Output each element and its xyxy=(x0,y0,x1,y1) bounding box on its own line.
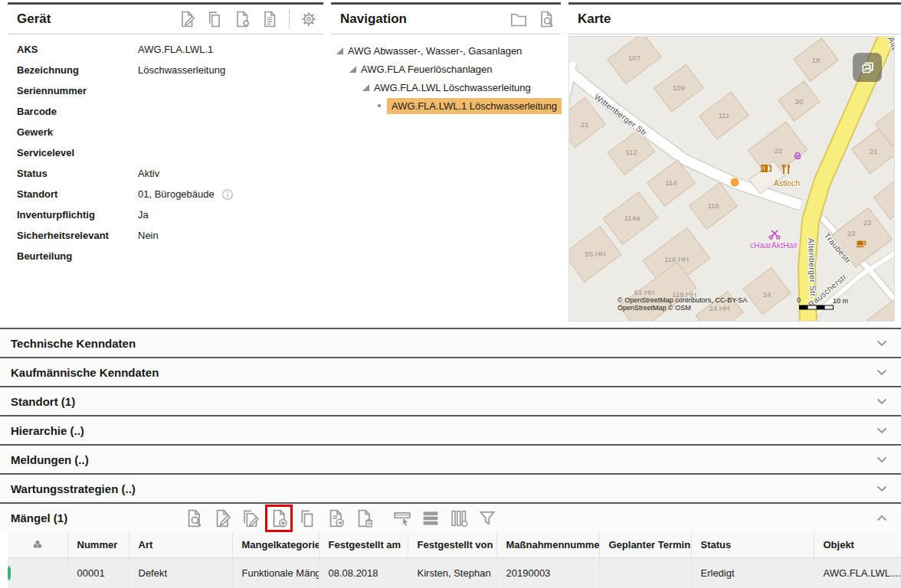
expand-section-button[interactable] xyxy=(872,333,892,353)
tree-expand-icon[interactable] xyxy=(362,83,370,92)
edit-device-button[interactable] xyxy=(175,8,198,31)
table-row[interactable]: 00001 Defekt Funktionale Mängel 08.08.20… xyxy=(8,557,901,588)
map-attribution-line2: OpenStreetMap © OSM xyxy=(618,304,691,312)
column-settings-button[interactable] xyxy=(447,507,470,530)
map-scale-bar xyxy=(800,305,834,309)
tree-item-label-selected[interactable]: AWG.FLA.LWL.1 Löschwasserleitung xyxy=(387,98,562,114)
field-label: Seriennummer xyxy=(8,85,129,96)
info-icon[interactable] xyxy=(221,188,234,201)
svg-text:18: 18 xyxy=(812,56,821,64)
edit-defect-button[interactable] xyxy=(211,507,234,530)
view-defect-button[interactable] xyxy=(182,507,205,530)
select-rows-button[interactable] xyxy=(391,507,414,530)
column-header-art[interactable]: Art xyxy=(129,532,232,557)
search-in-tree-button[interactable] xyxy=(535,8,558,31)
field-row: Standort 01, Bürogebäude xyxy=(8,184,323,204)
section-hierarchie[interactable]: Hierarchie (..) xyxy=(0,415,901,444)
navigation-tree: AWG Abwasser-, Wasser-, Gasanlagen AWG.F… xyxy=(331,34,561,115)
field-value: Löschwasserleitung xyxy=(138,64,225,76)
tree-item-label[interactable]: AWG.FLA Feuerlöschanlagen xyxy=(361,64,493,75)
column-header-massnahmennummer[interactable]: Maßnahmennummer xyxy=(496,532,599,557)
section-standort[interactable]: Standort (1) xyxy=(0,386,901,415)
section-wartungsstrategien[interactable]: Wartungsstrategien (..) xyxy=(0,473,901,502)
cell-status xyxy=(8,557,67,588)
field-row: Beurteilung xyxy=(8,246,323,266)
map-layer-switcher-button[interactable] xyxy=(853,53,882,82)
section-maengel[interactable]: Mängel (1) xyxy=(0,502,901,532)
filter-button[interactable] xyxy=(476,507,499,530)
tree-item-label[interactable]: AWG Abwasser-, Wasser-, Gasanlagen xyxy=(348,45,522,57)
field-label: Barcode xyxy=(8,106,129,117)
expand-section-button[interactable] xyxy=(872,420,892,440)
document-copy-icon xyxy=(297,508,318,529)
document-edit-icon xyxy=(177,9,197,29)
chevron-down-icon xyxy=(873,451,890,468)
column-header-nummer[interactable]: Nummer xyxy=(67,532,129,557)
column-header-status[interactable]: Status xyxy=(691,532,814,557)
section-label: Meldungen (..) xyxy=(11,453,872,466)
map-panel-header: Karte xyxy=(568,5,901,34)
tree-expand-icon[interactable] xyxy=(336,47,344,55)
field-value: Nein xyxy=(138,230,159,241)
tree-item-level2[interactable]: AWG.FLA.LWL Löschwasserleitung xyxy=(331,78,561,96)
field-row: Gewerk xyxy=(8,122,323,142)
expand-section-button[interactable] xyxy=(872,362,892,382)
chevron-down-icon xyxy=(873,364,890,381)
section-meldungen[interactable]: Meldungen (..) xyxy=(0,444,901,473)
poi-label-hairdresser: cHaarAktHair xyxy=(750,240,798,250)
add-defect-button[interactable] xyxy=(267,507,290,530)
expand-section-button[interactable] xyxy=(872,449,892,469)
copy-device-button[interactable] xyxy=(203,8,226,31)
cell-status-text: Erledigt xyxy=(691,557,814,588)
row-layout-button[interactable] xyxy=(419,507,442,530)
tree-item-level1[interactable]: AWG.FLA Feuerlöschanlagen xyxy=(331,60,561,78)
field-label: Bezeichnung xyxy=(8,64,129,76)
delete-defect-button[interactable] xyxy=(352,507,375,530)
status-column-header[interactable] xyxy=(8,532,67,557)
device-panel-title: Gerät xyxy=(17,11,175,27)
device-panel-header: Gerät xyxy=(8,5,323,34)
field-label: AKS xyxy=(8,44,129,55)
field-label: Beurteilung xyxy=(8,250,129,262)
status-cluster-icon xyxy=(30,537,45,552)
device-document-settings-button[interactable] xyxy=(231,8,254,31)
poi-label-astloch: Astloch xyxy=(774,178,801,188)
svg-text:22: 22 xyxy=(775,146,783,155)
column-header-objekt[interactable]: Objekt xyxy=(814,532,901,557)
tree-item-selected[interactable]: AWG.FLA.LWL.1 Löschwasserleitung xyxy=(331,96,561,115)
folder-button[interactable] xyxy=(507,8,530,31)
cell-mangelkategorie: Funktionale Mängel xyxy=(232,557,319,588)
section-technische-kenndaten[interactable]: Technische Kenndaten xyxy=(0,328,901,357)
section-label: Technische Kenndaten xyxy=(11,337,872,350)
expand-section-button[interactable] xyxy=(872,479,892,498)
export-defect-button[interactable] xyxy=(324,507,347,530)
chevron-down-icon xyxy=(873,393,890,410)
section-kaufmaennische-kenndaten[interactable]: Kaufmännische Kenndaten xyxy=(0,357,901,386)
tree-item-label[interactable]: AWG.FLA.LWL Löschwasserleitung xyxy=(374,82,531,93)
field-label: Status xyxy=(8,168,129,179)
map-canvas[interactable]: 107 109 111 21 112 114 114a 116 18 20 22… xyxy=(568,36,895,322)
column-header-festgestellt-am[interactable]: Festgestellt am xyxy=(319,532,408,557)
edit-multiple-defects-button[interactable] xyxy=(239,507,262,530)
collapse-section-button[interactable] xyxy=(872,508,892,528)
copy-defect-button[interactable] xyxy=(296,507,319,530)
column-header-mangelkategorie[interactable]: Mangelkategorie xyxy=(232,532,319,557)
chevron-down-icon xyxy=(873,422,890,439)
cell-massnahmennummer: 20190003 xyxy=(496,557,599,588)
column-header-geplanter-termin[interactable]: Geplanter Termin xyxy=(599,532,691,557)
tree-expand-icon[interactable] xyxy=(349,65,357,74)
svg-text:21: 21 xyxy=(870,147,878,155)
device-report-button[interactable] xyxy=(258,8,281,31)
tree-item-level0[interactable]: AWG Abwasser-, Wasser-, Gasanlagen xyxy=(331,41,561,60)
cell-art: Defekt xyxy=(129,557,232,588)
folder-icon xyxy=(509,9,529,29)
document-copy-icon xyxy=(205,9,224,29)
device-settings-button[interactable] xyxy=(297,8,320,31)
column-header-festgestellt-von[interactable]: Festgestellt von xyxy=(408,532,496,557)
device-location-marker[interactable] xyxy=(731,178,739,187)
document-edit-multiple-icon xyxy=(240,508,261,529)
cell-festgestellt-am: 08.08.2018 xyxy=(319,557,408,588)
expand-section-button[interactable] xyxy=(872,391,892,411)
document-export-icon xyxy=(325,508,346,529)
field-row: SicherheitsrelevantNein xyxy=(8,225,323,246)
